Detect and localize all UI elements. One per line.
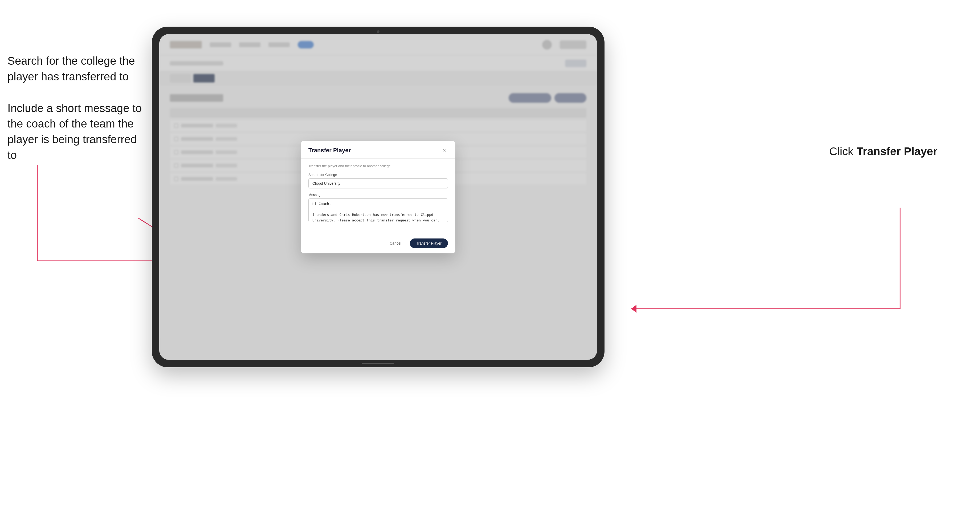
modal-header: Transfer Player ✕ [301,141,455,159]
search-college-input[interactable] [309,178,448,189]
annotation-left: Search for the college the player has tr… [8,53,146,179]
message-label: Message [309,193,448,197]
annotation-text-top: Search for the college the player has tr… [8,53,146,85]
modal-subtitle: Transfer the player and their profile to… [309,164,448,168]
modal-footer: Cancel Transfer Player [301,234,455,253]
modal-title: Transfer Player [309,147,351,154]
transfer-player-button[interactable]: Transfer Player [410,238,448,248]
transfer-player-modal: Transfer Player ✕ Transfer the player an… [301,141,455,253]
tablet-home-bar [362,363,394,364]
search-college-group: Search for College [309,173,448,189]
tablet-camera [377,30,379,33]
search-college-label: Search for College [309,173,448,177]
cancel-button[interactable]: Cancel [385,239,406,248]
annotation-right-text: Click [829,145,857,157]
svg-marker-6 [631,305,636,313]
tablet-device: Transfer Player ✕ Transfer the player an… [152,27,605,367]
annotation-right-bold: Transfer Player [856,145,937,157]
tablet-screen: Transfer Player ✕ Transfer the player an… [159,34,597,360]
modal-overlay: Transfer Player ✕ Transfer the player an… [159,34,597,360]
annotation-text-bottom: Include a short message to the coach of … [8,101,146,163]
message-textarea[interactable] [309,198,448,222]
message-group: Message [309,193,448,223]
modal-body: Transfer the player and their profile to… [301,159,455,234]
annotation-right: Click Transfer Player [829,144,937,159]
modal-close-button[interactable]: ✕ [441,147,448,154]
